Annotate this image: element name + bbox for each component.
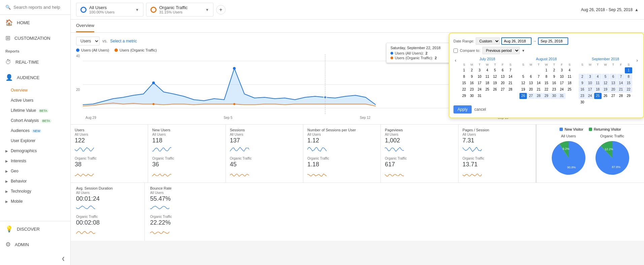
cal-day-18[interactable]: 18	[594, 87, 602, 93]
cal-day-6[interactable]: 6	[499, 67, 506, 73]
cal-day-30[interactable]: 30	[468, 93, 476, 99]
cal-day-14[interactable]: 14	[507, 74, 514, 80]
sidebar-expand-interests[interactable]: ▶ Interests	[0, 156, 70, 166]
cal-day-13[interactable]: 13	[610, 80, 617, 86]
sidebar-sub-active-users[interactable]: Active Users	[0, 95, 70, 105]
cal-day-11[interactable]: 11	[594, 80, 602, 86]
cal-day-30[interactable]: 30	[550, 93, 558, 99]
cancel-button[interactable]: cancel	[474, 107, 486, 112]
cal-day-3[interactable]: 3	[476, 67, 483, 73]
cal-day-5[interactable]: 5	[519, 74, 527, 80]
cal-day-24[interactable]: 24	[476, 87, 483, 93]
cal-day-6[interactable]: 6	[610, 74, 617, 80]
cal-day-31[interactable]: 31	[476, 93, 483, 99]
cal-day-27[interactable]: 27	[610, 93, 617, 99]
cal-day-28[interactable]: 28	[617, 93, 624, 99]
cal-day-23[interactable]: 23	[468, 87, 476, 93]
cal-day-5[interactable]: 5	[491, 67, 499, 73]
apply-button[interactable]: Apply	[453, 105, 472, 113]
cal-day-27[interactable]: 27	[499, 87, 506, 93]
cal-day-16[interactable]: 16	[550, 80, 558, 86]
cal-day-19[interactable]: 19	[602, 87, 609, 93]
cal-day-12[interactable]: 12	[491, 74, 499, 80]
cal-day-11[interactable]: 11	[483, 74, 491, 80]
sidebar-sub-lifetime-value[interactable]: Lifetime Value BETA	[0, 105, 70, 115]
cal-day-7[interactable]: 7	[535, 74, 542, 80]
sidebar-expand-mobile[interactable]: ▶ Mobile	[0, 196, 70, 206]
cal-day-3[interactable]: 3	[558, 67, 566, 73]
cal-day-22[interactable]: 22	[461, 87, 468, 93]
cal-day-10[interactable]: 10	[586, 80, 594, 86]
cal-day-6[interactable]: 6	[527, 74, 535, 80]
sidebar-sub-audiences[interactable]: Audiences NEW	[0, 126, 70, 136]
cal-day-16[interactable]: 16	[579, 87, 586, 93]
cal-day-15[interactable]: 15	[543, 80, 550, 86]
cal-day-1[interactable]: 1	[543, 67, 550, 73]
cal-day-9[interactable]: 9	[468, 74, 476, 80]
cal-day-2[interactable]: 2	[550, 67, 558, 73]
cal-day-15[interactable]: 15	[461, 80, 468, 86]
cal-day-10[interactable]: 10	[558, 74, 566, 80]
metric-select[interactable]: Users	[76, 37, 100, 45]
cal-day-28[interactable]: 28	[535, 93, 542, 99]
segment-organic-traffic[interactable]: Organic Traffic 31.15% Users ▼	[146, 3, 213, 16]
cal-day-8[interactable]: 8	[461, 74, 468, 80]
cal-day-12[interactable]: 12	[602, 80, 609, 86]
sidebar-sub-cohort[interactable]: Cohort Analysis BETA	[0, 115, 70, 126]
sidebar-item-admin[interactable]: ⚙ ADMIN	[0, 237, 70, 252]
sidebar-item-customization[interactable]: ⊞ CUSTOMIZATION	[0, 30, 70, 46]
sidebar-sub-overview[interactable]: Overview	[0, 85, 70, 95]
tab-overview[interactable]: Overview	[76, 20, 94, 32]
cal-day-4[interactable]: 4	[483, 67, 491, 73]
cal-day-13[interactable]: 13	[527, 80, 535, 86]
cal-day-29[interactable]: 29	[625, 93, 632, 99]
sidebar-expand-demographics[interactable]: ▶ Demographics	[0, 146, 70, 156]
cal-day-13[interactable]: 13	[499, 74, 506, 80]
select-metric-link[interactable]: Select a metric	[110, 39, 137, 43]
cal-day-30[interactable]: 30	[579, 99, 586, 105]
cal-day-27[interactable]: 27	[527, 93, 535, 99]
cal-day-20[interactable]: 20	[610, 87, 617, 93]
sidebar-item-discover[interactable]: 💡 DISCOVER	[0, 221, 70, 237]
cal-next-button[interactable]: ›	[635, 57, 639, 64]
cal-day-21[interactable]: 21	[535, 87, 542, 93]
cal-day-25[interactable]: 25	[566, 87, 573, 93]
cal-day-20[interactable]: 20	[527, 87, 535, 93]
cal-day-15[interactable]: 15	[625, 80, 632, 86]
cal-day-9[interactable]: 9	[579, 80, 586, 86]
start-date-input[interactable]	[501, 37, 532, 45]
search-bar[interactable]: 🔍 Search reports and help	[0, 0, 70, 15]
sidebar-item-home[interactable]: 🏠 HOME	[0, 15, 70, 30]
cal-day-4[interactable]: 4	[594, 74, 602, 80]
cal-day-1[interactable]: 1	[461, 67, 468, 73]
cal-day-25[interactable]: 25	[594, 93, 602, 99]
compare-type-select[interactable]: Previous period	[482, 47, 520, 54]
cal-day-29[interactable]: 29	[461, 93, 468, 99]
cal-day-25[interactable]: 25	[483, 87, 491, 93]
cal-day-23[interactable]: 23	[579, 93, 586, 99]
cal-day-29[interactable]: 29	[543, 93, 550, 99]
cal-day-26[interactable]: 26	[602, 93, 609, 99]
cal-day-5[interactable]: 5	[602, 74, 609, 80]
cal-day-22[interactable]: 22	[625, 87, 632, 93]
cal-day-19[interactable]: 19	[491, 80, 499, 86]
add-segment-button[interactable]: +	[216, 5, 226, 14]
sidebar-item-audience[interactable]: 👤 AUDIENCE	[0, 70, 70, 85]
cal-day-2[interactable]: 2	[468, 67, 476, 73]
cal-day-28[interactable]: 28	[507, 87, 514, 93]
cal-day-21[interactable]: 21	[617, 87, 624, 93]
cal-day-2[interactable]: 2	[579, 74, 586, 80]
cal-day-7[interactable]: 7	[617, 74, 624, 80]
cal-day-19[interactable]: 19	[519, 87, 527, 93]
end-date-input[interactable]	[538, 37, 568, 45]
cal-day-20[interactable]: 20	[499, 80, 506, 86]
segment-all-users[interactable]: All Users 100.00% Users ▼	[76, 3, 143, 16]
cal-day-8[interactable]: 8	[543, 74, 550, 80]
date-range-type-select[interactable]: Custom	[476, 37, 500, 45]
sidebar-expand-behavior[interactable]: ▶ Behavior	[0, 176, 70, 186]
sidebar-expand-technology[interactable]: ▶ Technology	[0, 186, 70, 196]
cal-day-26[interactable]: 26	[519, 93, 527, 99]
sidebar-sub-user-explorer[interactable]: User Explorer	[0, 136, 70, 146]
cal-day-17[interactable]: 17	[476, 80, 483, 86]
cal-day-3[interactable]: 3	[586, 74, 594, 80]
